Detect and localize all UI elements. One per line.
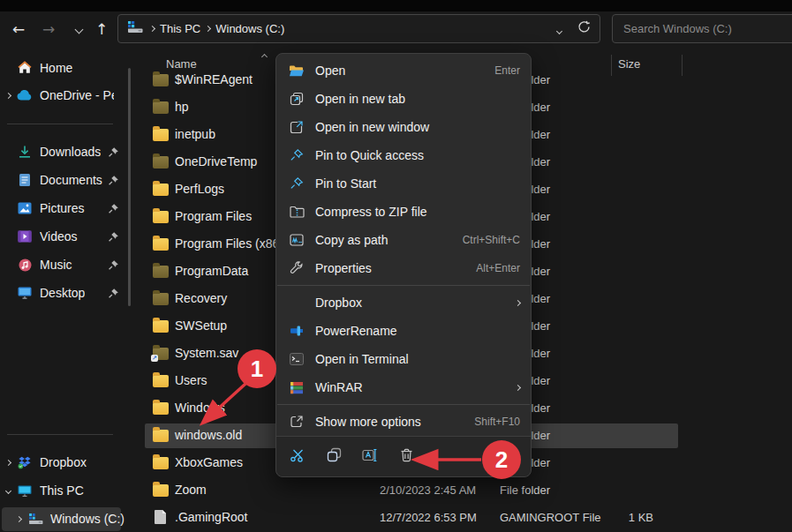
menu-item-pin-quick-access[interactable]: Pin to Quick access	[276, 141, 531, 169]
breadcrumb-windows-c[interactable]: Windows (C:)	[215, 22, 284, 35]
expander-chevron-icon[interactable]	[11, 517, 26, 521]
expander-chevron-icon[interactable]	[0, 489, 16, 493]
file-name: PerfLogs	[175, 182, 224, 196]
submenu-chevron-icon	[515, 384, 521, 390]
menu-item-label: Open in Terminal	[315, 352, 520, 366]
menu-item-properties[interactable]: Properties Alt+Enter	[276, 254, 531, 282]
menu-shortcut: Alt+Enter	[476, 262, 520, 274]
folder-icon	[153, 430, 169, 442]
sidebar-item-pictures[interactable]: Pictures	[0, 197, 132, 220]
menu-item-winrar[interactable]: WinRAR	[276, 373, 531, 401]
menu-separator	[277, 285, 530, 286]
copy-button[interactable]	[323, 446, 344, 468]
pin-icon	[108, 174, 119, 190]
rename-button[interactable]	[359, 446, 381, 468]
folder-icon	[153, 74, 169, 86]
menu-item-label: Open in new tab	[315, 92, 520, 106]
sidebar-item-label: OneDrive - Perso	[40, 88, 114, 102]
search-input[interactable]	[622, 21, 788, 36]
sidebar-item-music[interactable]: Music	[0, 253, 132, 276]
recent-locations-button[interactable]	[67, 19, 90, 40]
sidebar-item-this-pc[interactable]: This PC	[0, 479, 132, 502]
sidebar-item-downloads[interactable]: Downloads	[0, 140, 132, 163]
terminal-icon	[287, 353, 306, 365]
menu-item-show-more-options[interactable]: Show more options Shift+F10	[276, 408, 531, 436]
menu-item-label: Show more options	[315, 415, 474, 429]
file-name: .GamingRoot	[175, 510, 247, 524]
menu-item-label: Open in new window	[315, 120, 520, 134]
column-separator[interactable]	[682, 55, 683, 76]
menu-item-open-in-terminal[interactable]: Open in Terminal	[276, 345, 531, 373]
sidebar-item-label: Music	[40, 258, 72, 272]
forward-button[interactable]: →	[37, 19, 60, 40]
file-row[interactable]: .GamingRoot 12/7/2022 6:53 PM GAMINGROOT…	[145, 506, 678, 530]
sidebar-item-desktop[interactable]: Desktop	[0, 281, 132, 304]
menu-item-powerrename[interactable]: PowerRename	[276, 317, 531, 345]
menu-item-compress-zip[interactable]: Compress to ZIP file	[276, 198, 531, 226]
sidebar-item-dropbox[interactable]: Dropbox	[0, 451, 132, 474]
sidebar-item-onedrive[interactable]: OneDrive - Perso	[0, 84, 132, 107]
sidebar-item-home[interactable]: Home	[0, 56, 132, 79]
pin-icon	[108, 287, 119, 303]
menu-shortcut: Ctrl+Shift+C	[463, 234, 520, 246]
folder-icon	[153, 238, 169, 251]
copy-icon	[327, 447, 342, 466]
delete-button[interactable]	[396, 446, 417, 468]
menu-item-label: WinRAR	[315, 380, 516, 394]
pin-icon	[108, 230, 119, 246]
menu-item-open-new-tab[interactable]: Open in new tab	[276, 85, 531, 113]
back-button[interactable]: ←	[7, 19, 30, 40]
address-dropdown-button[interactable]	[557, 21, 562, 37]
menu-item-open-new-window[interactable]: Open in new window	[276, 113, 531, 141]
file-name: ProgramData	[175, 264, 248, 278]
menu-item-copy-as-path[interactable]: Copy as path Ctrl+Shift+C	[276, 226, 531, 254]
file-name: System.sav	[175, 346, 238, 360]
file-row[interactable]: Zoom 2/10/2023 2:45 AM File folder	[145, 478, 678, 503]
sidebar-item-label: This PC	[40, 483, 84, 498]
menu-shortcut: Enter	[494, 64, 520, 77]
folder-icon	[153, 320, 169, 333]
search-box[interactable]	[612, 14, 792, 43]
show-more-icon	[287, 415, 306, 429]
address-bar[interactable]: This PC Windows (C:)	[117, 14, 600, 43]
menu-item-label: Open	[315, 64, 494, 78]
file-name: Program Files (x86)	[175, 236, 283, 251]
file-explorer-window: ← → ↑ This PC Windows (C:) Home OneDrive…	[0, 0, 792, 532]
sidebar-item-windows-c[interactable]: Windows (C:)	[0, 507, 132, 530]
sidebar-item-documents[interactable]: Documents	[0, 169, 132, 191]
expander-chevron-icon[interactable]	[0, 94, 16, 98]
expander-chevron-icon[interactable]	[0, 461, 16, 465]
powerrename-icon	[287, 325, 306, 337]
sidebar-scrollbar[interactable]	[128, 68, 131, 306]
sidebar-item-videos[interactable]: Videos	[0, 225, 132, 248]
folder-icon	[153, 293, 169, 305]
sidebar-item-label: Dropbox	[40, 455, 87, 469]
sidebar-item-label: Home	[40, 61, 72, 75]
breadcrumb-this-pc[interactable]: This PC	[160, 22, 200, 35]
cut-button[interactable]	[287, 446, 308, 468]
cut-icon	[290, 448, 306, 466]
window-title-strip	[0, 0, 792, 11]
folder-icon	[153, 184, 169, 196]
folder-icon	[153, 156, 169, 169]
file-name: Users	[175, 373, 207, 387]
this-pc-icon	[16, 485, 34, 497]
menu-item-open[interactable]: Open Enter	[276, 56, 531, 85]
menu-item-pin-start[interactable]: Pin to Start	[276, 169, 531, 198]
menu-shortcut: Shift+F10	[474, 416, 520, 428]
menu-separator	[277, 404, 530, 405]
pin-icon	[108, 259, 119, 274]
file-size: 1 KB	[609, 511, 653, 524]
folder-icon	[153, 375, 169, 387]
music-icon	[16, 259, 34, 272]
submenu-chevron-icon	[515, 299, 521, 305]
up-button[interactable]: ↑	[90, 19, 113, 40]
refresh-button[interactable]	[577, 20, 591, 37]
open-new-window-icon	[287, 120, 306, 134]
rename-icon	[362, 448, 379, 466]
file-name: hp	[175, 100, 189, 114]
menu-item-dropbox[interactable]: Dropbox	[276, 288, 531, 317]
file-name: $WinREAgent	[175, 72, 253, 86]
zip-icon	[287, 206, 306, 218]
file-name: XboxGames	[175, 455, 243, 469]
